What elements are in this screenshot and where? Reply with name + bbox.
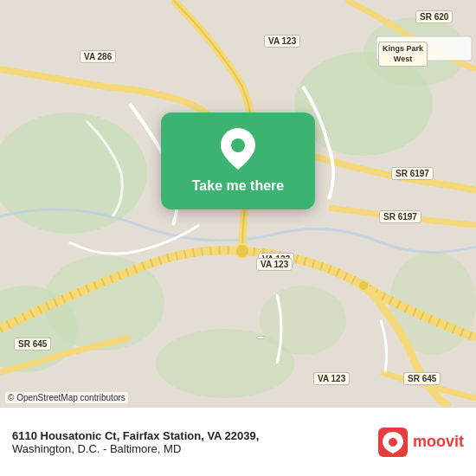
svg-point-10 xyxy=(358,280,369,291)
cta-button-label: Take me there xyxy=(192,178,284,194)
city-line: Washington, D.C. - Baltimore, MD xyxy=(12,442,259,455)
road-label-va123-bot3: VA 123 xyxy=(313,372,350,385)
road-label-va123-bot2 xyxy=(256,336,265,339)
road-label-va123-bot: VA 123 xyxy=(256,258,293,271)
road-label-sr6197-1: SR 6197 xyxy=(391,167,434,180)
info-bar: 6110 Housatonic Ct, Fairfax Station, VA … xyxy=(0,407,476,476)
map-container: SR 620 VA 123 VA 286 Kings ParkWest SR 6… xyxy=(0,0,476,407)
address-line: 6110 Housatonic Ct, Fairfax Station, VA … xyxy=(12,429,259,442)
road-label-sr645-bot: SR 645 xyxy=(403,372,441,385)
moovit-logo: moovit xyxy=(378,428,464,457)
svg-point-12 xyxy=(231,138,245,152)
road-label-sr6197-2: SR 6197 xyxy=(379,210,421,223)
road-label-va286: VA 286 xyxy=(80,50,116,63)
svg-point-7 xyxy=(156,329,294,398)
road-label-va123-top: VA 123 xyxy=(264,35,300,48)
road-label-sr645-left: SR 645 xyxy=(14,338,51,351)
cta-overlay[interactable]: Take me there xyxy=(161,113,315,209)
moovit-text-label: moovit xyxy=(413,433,464,451)
address-block: 6110 Housatonic Ct, Fairfax Station, VA … xyxy=(12,429,259,455)
openstreetmap-credit-overlay: © OpenStreetMap contributors xyxy=(5,392,128,403)
svg-point-9 xyxy=(235,244,249,258)
moovit-icon xyxy=(378,428,408,457)
road-label-sr620: SR 620 xyxy=(415,10,453,23)
svg-point-14 xyxy=(389,438,397,447)
road-label-kings-park: Kings ParkWest xyxy=(378,42,428,67)
location-pin-icon xyxy=(221,128,255,170)
